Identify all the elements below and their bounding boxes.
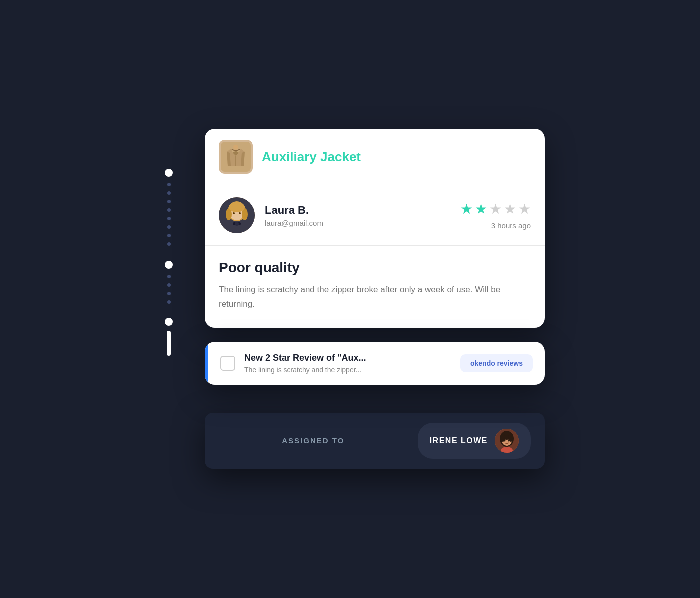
review-content: Poor quality The lining is scratchy and … [205, 246, 545, 328]
main-layout: Auxiliary Jacket [155, 129, 545, 469]
irene-avatar-svg [495, 429, 519, 453]
notification-preview: The lining is scratchy and the zipper... [244, 366, 452, 374]
svg-point-12 [235, 222, 239, 226]
svg-point-10 [239, 212, 241, 214]
timeline-dot-small-11 [168, 292, 171, 296]
review-time: 3 hours ago [492, 222, 531, 230]
timeline-group-2 [165, 261, 173, 304]
product-header: Auxiliary Jacket [205, 129, 545, 186]
review-title: Poor quality [219, 260, 531, 276]
product-title: Auxiliary Jacket [262, 150, 361, 165]
timeline-dot-small-9 [168, 275, 171, 278]
timeline [165, 129, 173, 469]
assigned-label: ASSIGNED TO [219, 436, 408, 445]
reviewer-name: Laura B. [265, 204, 450, 217]
timeline-dot-small-5 [168, 217, 171, 220]
svg-point-9 [233, 212, 235, 214]
timeline-dot-small-8 [168, 242, 171, 246]
timeline-dot-small-6 [168, 226, 171, 229]
star-3: ★ [490, 201, 502, 218]
assignee-name: IRENE LOWE [430, 436, 488, 446]
svg-point-2 [234, 145, 238, 150]
svg-point-19 [504, 440, 506, 442]
cards-container: Auxiliary Jacket [205, 129, 545, 469]
notification-card[interactable]: New 2 Star Review of "Aux... The lining … [205, 342, 545, 385]
notification-accent-bar [205, 342, 208, 385]
rating-section: ★ ★ ★ ★ ★ 3 hours ago [460, 201, 531, 230]
notification-checkbox[interactable] [220, 356, 236, 371]
product-image [219, 140, 253, 174]
notification-title: New 2 Star Review of "Aux... [244, 353, 452, 364]
svg-point-8 [229, 202, 245, 212]
star-5: ★ [518, 201, 531, 218]
jacket-icon [221, 142, 251, 172]
timeline-dot-small-12 [168, 300, 171, 304]
timeline-dot-small-10 [168, 284, 171, 287]
timeline-dot-small-2 [168, 192, 171, 195]
assignee-pill: IRENE LOWE [418, 423, 531, 459]
timeline-dot-small-1 [168, 183, 171, 186]
star-1: ★ [460, 201, 473, 218]
timeline-group-3 [165, 318, 173, 326]
timeline-dot-small-4 [168, 208, 171, 212]
timeline-dot-small-7 [168, 234, 171, 238]
notification-inner: New 2 Star Review of "Aux... The lining … [208, 342, 545, 385]
notification-source[interactable]: okendo reviews [460, 354, 533, 372]
review-body: The lining is scratchy and the zipper br… [219, 283, 531, 312]
assignee-avatar [495, 429, 519, 453]
timeline-dot-large-1 [165, 169, 173, 177]
timeline-dot-large-2 [165, 261, 173, 269]
star-2: ★ [475, 201, 488, 218]
timeline-dot-large-3 [165, 318, 173, 326]
star-4: ★ [504, 201, 516, 218]
timeline-group-1 [165, 169, 173, 246]
reviewer-section: Laura B. laura@gmail.com ★ ★ ★ ★ ★ 3 hou… [205, 186, 545, 246]
star-rating: ★ ★ ★ ★ ★ [460, 201, 531, 218]
reviewer-info: Laura B. laura@gmail.com [265, 204, 450, 228]
reviewer-email: laura@gmail.com [265, 219, 450, 228]
svg-point-20 [508, 440, 510, 442]
review-card: Auxiliary Jacket [205, 129, 545, 328]
timeline-bar [167, 331, 171, 356]
reviewer-avatar [219, 198, 255, 234]
notification-text: New 2 Star Review of "Aux... The lining … [244, 353, 452, 374]
assignment-card: ASSIGNED TO IRENE LOWE [205, 413, 545, 469]
timeline-dot-small-3 [168, 200, 171, 204]
laura-avatar-svg [219, 198, 255, 234]
